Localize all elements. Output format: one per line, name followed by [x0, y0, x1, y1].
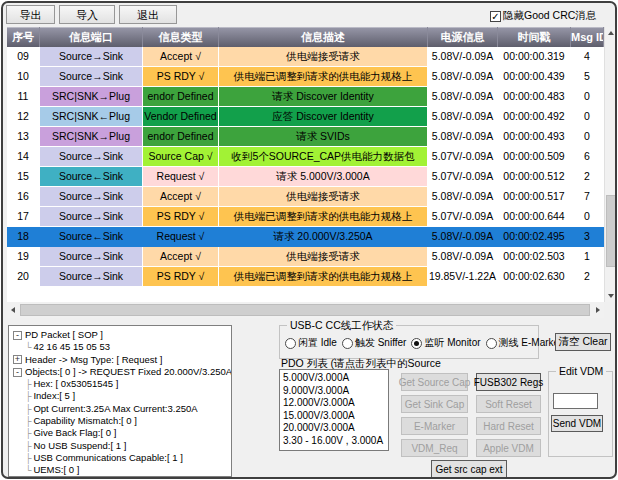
table-cell: Source→Sink [40, 47, 143, 67]
table-row[interactable]: 14Source→SinkSource Cap √收到5个SOURCE_CAP供… [7, 147, 604, 167]
get-src-cap-ext-button[interactable]: Get src cap ext [431, 460, 507, 478]
column-header[interactable]: 电源信息 [428, 27, 498, 47]
scroll-left-icon[interactable] [7, 304, 19, 316]
tree-item[interactable]: └UEMS:[ 0 ] [13, 464, 229, 476]
table-cell: 5.07V/-0.09A [428, 167, 498, 187]
table-cell: 5.07V/-0.09A [428, 207, 498, 227]
table-cell: 2 [571, 267, 604, 287]
column-header[interactable]: 信息类型 [143, 27, 219, 47]
table-row[interactable]: 11SRC|SNK→Plugendor Defined请求 Discover I… [7, 87, 604, 107]
table-cell: 00:00:02.630 [498, 267, 571, 287]
clear-button[interactable]: 清空 Clear [555, 333, 611, 351]
table-row[interactable]: 15Source←SinkRequest √请求 5.000V/3.000A5.… [7, 167, 604, 187]
table-cell: 13 [7, 127, 40, 147]
vertical-scroll-thumb[interactable] [606, 195, 616, 267]
scroll-up-icon[interactable] [605, 27, 617, 39]
tree-connector-icon: ├ [25, 390, 31, 402]
cc-mode-radio[interactable]: 触发 Sniffer [342, 336, 407, 350]
pdo-list-item[interactable]: 12.000V/3.000A [283, 397, 388, 410]
apple-vdm-button[interactable]: Apple VDM [476, 439, 541, 457]
table-cell: Request √ [143, 167, 219, 187]
tree-item[interactable]: ├Opt Current:3.25A Max Current:3.250A [13, 403, 229, 415]
table-cell: 00:00:00.493 [498, 127, 571, 147]
cc-mode-radio[interactable]: 监听 Monitor [411, 336, 480, 350]
table-row[interactable]: 13SRC|SNK→Plugendor Defined请求 SVIDs5.08V… [7, 127, 604, 147]
table-cell: Source→Sink [40, 147, 143, 167]
tree-item[interactable]: +Header -> Msg Type: [ Request ] [13, 354, 229, 366]
table-cell: 00:00:00.492 [498, 107, 571, 127]
export-button[interactable]: 导出 Export [6, 5, 55, 24]
table-row[interactable]: 16Source→SinkAccept √供电端接受请求5.08V/-0.09A… [7, 187, 604, 207]
pdo-listbox[interactable]: 5.000V/3.000A9.000V/3.000A12.000V/3.000A… [279, 369, 389, 451]
expand-icon[interactable]: + [13, 355, 22, 364]
hard-reset-button[interactable]: Hard Reset [476, 417, 541, 435]
table-cell: 0 [571, 207, 604, 227]
tree-item[interactable]: └42 16 45 15 05 53 [13, 341, 229, 353]
horizontal-scroll-thumb[interactable] [20, 304, 590, 316]
fusb302-regs-button[interactable]: FUSB302 Regs [476, 373, 541, 391]
scroll-right-icon[interactable] [592, 304, 604, 316]
pdo-list-item[interactable]: 5.000V/3.000A [283, 372, 388, 385]
pdo-list-item[interactable]: 9.000V/3.000A [283, 385, 388, 398]
table-row[interactable]: 09Source→SinkAccept √供电端接受请求5.08V/-0.09A… [7, 47, 604, 67]
table-cell: 11 [7, 87, 40, 107]
edit-vdm-groupbox: Edit VDM [548, 371, 613, 457]
table-cell: PS RDY √ [143, 207, 219, 227]
tree-item[interactable]: -PD Packet [ SOP ] [13, 329, 229, 341]
table-cell: 00:00:02.503 [498, 247, 571, 267]
hide-goodcrc-checkbox[interactable]: ✓ 隐藏Good CRC消息 [490, 9, 596, 23]
radio-label: 闲置 Idle [298, 336, 337, 350]
table-cell: 供电端接受请求 [219, 47, 428, 67]
tree-item[interactable]: ├Capability Mismatch:[ 0 ] [13, 415, 229, 427]
table-row[interactable]: 10Source→SinkPS RDY √供电端已调整到请求的供电能力规格上5.… [7, 67, 604, 87]
vertical-scrollbar[interactable] [604, 27, 616, 302]
collapse-icon[interactable]: - [13, 368, 22, 377]
column-header[interactable]: Msg ID [571, 27, 604, 47]
cc-mode-radio[interactable]: 测线 E-Marke [486, 336, 560, 350]
collapse-icon[interactable]: - [13, 331, 22, 340]
table-cell: 5.07V/-0.09A [428, 147, 498, 167]
tree-item[interactable]: -Objects:[ 0 ] -> REQUEST Fixed 20.000V/… [13, 366, 229, 378]
table-cell: SRC|SNK←Plug [40, 107, 143, 127]
vdm-input[interactable] [553, 393, 598, 409]
table-row[interactable]: 18Source←SinkRequest √请求 20.000V/3.250A5… [7, 227, 604, 247]
pdo-list-item[interactable]: 20.000V/3.000A [283, 422, 388, 435]
cc-status-title: USB-C CC线工作状态 [287, 319, 396, 333]
table-row[interactable]: 19Source→SinkAccept √供电端接受请求5.08V/-0.09A… [7, 247, 604, 267]
table-cell: endor Defined [143, 87, 219, 107]
vdm-req-button[interactable]: VDM_Req [401, 439, 468, 457]
radio-selected-icon[interactable] [411, 338, 422, 349]
tree-item[interactable]: ├Index:[ 5 ] [13, 390, 229, 402]
tree-item-label: Header -> Msg Type: [ Request ] [25, 354, 162, 366]
table-row[interactable]: 17Source→SinkPS RDY √供电端已调整到请求的供电能力规格上5.… [7, 207, 604, 227]
table-cell: 00:00:00.439 [498, 67, 571, 87]
send-vdm-button[interactable]: Send VDM [551, 415, 603, 432]
exit-button[interactable]: 退出 [119, 5, 177, 24]
horizontal-scrollbar[interactable] [7, 302, 604, 318]
column-header[interactable]: 信息端口 [40, 27, 143, 47]
pdo-list-item[interactable]: 15.000V/3.000A [283, 410, 388, 423]
pdo-list-item[interactable]: 3.30 - 16.00V , 3.000A [283, 435, 388, 448]
get-sink-cap-button[interactable]: Get Sink Cap [401, 395, 468, 413]
table-row[interactable]: 20Source→SinkPS RDY √供电端已调整到请求的供电能力规格上19… [7, 267, 604, 287]
tree-item[interactable]: ├Give Back Flag:[ 0 ] [13, 427, 229, 439]
import-button[interactable]: 导入 Import [59, 5, 115, 24]
tree-item[interactable]: ├Hex: [ 0x53051545 ] [13, 378, 229, 390]
e-marker-button[interactable]: E-Marker [401, 417, 468, 435]
message-table: 09Source→SinkAccept √供电端接受请求5.08V/-0.09A… [7, 47, 604, 302]
cc-status-groupbox: USB-C CC线工作状态 闲置 Idle触发 Sniffer监听 Monito… [279, 325, 539, 359]
tree-item[interactable]: ├USB Communications Capable:[ 1 ] [13, 452, 229, 464]
radio-icon[interactable] [285, 338, 296, 349]
table-cell: 应答 Discover Identity [219, 107, 428, 127]
scroll-down-icon[interactable] [605, 290, 617, 302]
column-header[interactable]: 信息描述 [219, 27, 428, 47]
radio-icon[interactable] [342, 338, 353, 349]
tree-item[interactable]: ├No USB Suspend:[ 1 ] [13, 440, 229, 452]
column-header[interactable]: 序号 [7, 27, 40, 47]
table-row[interactable]: 12SRC|SNK←PlugVendor Defined应答 Discover … [7, 107, 604, 127]
cc-mode-radio[interactable]: 闲置 Idle [285, 336, 337, 350]
column-header[interactable]: 时间戳 [498, 27, 571, 47]
soft-reset-button[interactable]: Soft Reset [476, 395, 541, 413]
radio-icon[interactable] [486, 338, 497, 349]
get-source-cap-button[interactable]: Get Source Cap [401, 373, 468, 391]
